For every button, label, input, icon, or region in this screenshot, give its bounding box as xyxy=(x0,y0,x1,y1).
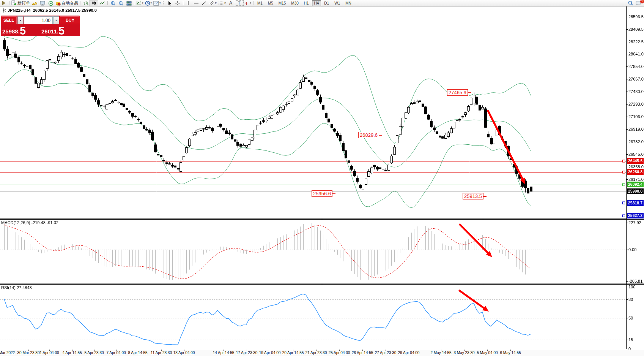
time-axis-label: 29 Apr 04:00 xyxy=(398,351,420,355)
macd-label: MACD(12,26,9) -219.48 -91.32 xyxy=(1,220,58,225)
toolbar-separator xyxy=(183,1,183,5)
zoom-out-icon xyxy=(118,1,124,6)
price-chart-canvas[interactable] xyxy=(0,6,644,350)
crosshair-tool-button[interactable] xyxy=(174,0,182,6)
auto-trading-button[interactable]: 自动交易 xyxy=(55,0,79,6)
callout-connector xyxy=(468,92,471,93)
new-order-label: 新订单 xyxy=(17,0,30,6)
clipped-edge-icon xyxy=(0,0,8,6)
time-axis[interactable]: Mar 202230 Mar 23:301 Apr 04:004 Apr 14:… xyxy=(0,350,644,356)
new-order-icon xyxy=(11,0,17,6)
time-axis-label: 21 Apr 23:30 xyxy=(305,351,327,355)
callout-connector xyxy=(379,135,382,136)
timeframe-button-h1[interactable]: H1 xyxy=(302,0,311,6)
timeframe-toolbar: M1M5M15M30H1H4D1W1MN xyxy=(255,0,354,6)
chart-ohlc-title: JPN225-,H4 26062.5 26145.0 25917.5 25990… xyxy=(2,8,97,13)
notifications-button[interactable]: 1 xyxy=(635,0,642,6)
gold-icon xyxy=(32,1,38,6)
crosshair-icon xyxy=(175,1,180,6)
template-icon xyxy=(153,1,159,6)
sell-price-main: 25988 xyxy=(2,27,18,36)
periods-button[interactable]: ▾ xyxy=(144,0,153,6)
search-icon xyxy=(628,0,633,6)
signal-icon xyxy=(48,1,54,6)
vertical-line-tool-button[interactable] xyxy=(184,0,192,6)
callout-connector xyxy=(483,196,487,197)
buy-price-display[interactable]: 26011.5 xyxy=(40,25,80,36)
text-label-tool-button[interactable]: T xyxy=(235,0,244,6)
cursor-tool-button[interactable] xyxy=(166,0,174,6)
volume-increase-button[interactable]: ▲ xyxy=(53,16,59,24)
fibonacci-tool-button[interactable]: F xyxy=(217,0,227,6)
search-button[interactable] xyxy=(627,0,635,6)
bar-chart-button[interactable] xyxy=(82,0,90,6)
time-axis-label: 7 Apr 04:00 xyxy=(106,351,126,355)
sell-price-display[interactable]: 25988.5 xyxy=(1,25,38,36)
one-click-trading-panel: SELL ▼ ▲ BUY 25988.5 26011.5 xyxy=(1,16,80,36)
timeframe-button-mn[interactable]: MN xyxy=(343,0,354,6)
auto-trading-label: 自动交易 xyxy=(61,0,78,6)
timeframe-button-m5[interactable]: M5 xyxy=(266,0,276,6)
zoom-out-button[interactable] xyxy=(117,0,125,6)
indicators-button[interactable]: ▾ xyxy=(135,0,144,6)
timeframe-button-d1[interactable]: D1 xyxy=(322,0,331,6)
templates-button[interactable]: ▾ xyxy=(153,0,162,6)
fibo-sub-label: F xyxy=(224,2,226,5)
arrows-tool-button[interactable]: ▾ xyxy=(244,0,252,6)
timeframe-button-m15[interactable]: M15 xyxy=(276,0,288,6)
time-axis-label: 4 Apr 14:55 xyxy=(62,351,82,355)
trendline-tool-button[interactable] xyxy=(200,0,208,6)
signals-button[interactable] xyxy=(47,0,55,6)
mt4-terminal: 新订单 自动交易 ▾ ▾ ▾ xyxy=(0,0,644,356)
timeframe-button-w1[interactable]: W1 xyxy=(332,0,342,6)
dropdown-arrow-icon: ▾ xyxy=(159,2,161,5)
indicators-icon xyxy=(136,1,142,6)
toolbar-separator xyxy=(253,1,254,5)
volume-decrease-button[interactable]: ▼ xyxy=(17,16,24,24)
time-axis-label: 26 Apr 14:55 xyxy=(352,351,373,355)
chart-window-icon xyxy=(2,8,6,13)
trendline-icon xyxy=(202,1,207,6)
buy-price-pip: 5 xyxy=(58,26,65,36)
price-callout[interactable]: 27465.9 xyxy=(447,89,468,96)
time-axis-label: 30 Mar 23:30 xyxy=(17,351,40,355)
channel-icon xyxy=(209,1,215,6)
callout-connector xyxy=(332,193,335,194)
price-callout[interactable]: 25913.5 xyxy=(463,193,483,199)
volume-input[interactable] xyxy=(24,16,53,24)
time-axis-label: 5 Apr 23:30 xyxy=(84,351,104,355)
gold-symbol-button[interactable] xyxy=(31,0,39,6)
timeframe-button-m30[interactable]: M30 xyxy=(289,0,301,6)
tile-windows-icon xyxy=(126,1,132,6)
candlestick-chart-button[interactable] xyxy=(90,0,98,6)
channel-tool-button[interactable]: E xyxy=(208,0,218,6)
buy-button[interactable]: BUY xyxy=(60,16,80,24)
rsi-label: RSI(14) 27.4843 xyxy=(1,285,32,290)
sell-button[interactable]: SELL xyxy=(1,16,17,24)
auto-trading-icon xyxy=(55,1,61,6)
candlestick-chart-icon xyxy=(91,1,96,6)
time-axis-label: 27 Apr 23:30 xyxy=(375,351,397,355)
price-callout[interactable]: 26829.6 xyxy=(358,132,379,138)
text-tool-button[interactable]: A xyxy=(227,0,235,6)
line-chart-button[interactable] xyxy=(98,0,106,6)
toolbar-grip[interactable] xyxy=(163,1,165,5)
channel-sub-label: E xyxy=(215,2,217,5)
time-axis-label: 25 Apr 04:00 xyxy=(329,351,350,355)
terminal-button[interactable] xyxy=(39,0,47,6)
timeframe-button-h4[interactable]: H4 xyxy=(312,0,321,6)
price-callout[interactable]: 25956.6 xyxy=(312,190,332,197)
main-toolbar: 新订单 自动交易 ▾ ▾ ▾ xyxy=(0,0,644,6)
time-axis-label: 11 Apr 23:30 xyxy=(151,351,172,355)
timeframe-button-m1[interactable]: M1 xyxy=(255,0,265,6)
horizontal-line-tool-button[interactable] xyxy=(192,0,200,6)
arrow-shapes-icon xyxy=(244,1,250,6)
monitor-icon xyxy=(40,1,46,6)
time-axis-label: Mar 2022 xyxy=(0,351,15,355)
zoom-in-button[interactable] xyxy=(109,0,117,6)
cursor-icon xyxy=(167,1,172,6)
time-axis-label: 5 May 04:00 xyxy=(477,351,498,355)
vertical-line-icon xyxy=(186,1,190,6)
tile-windows-button[interactable] xyxy=(125,0,133,6)
new-order-button[interactable]: 新订单 xyxy=(11,0,31,6)
